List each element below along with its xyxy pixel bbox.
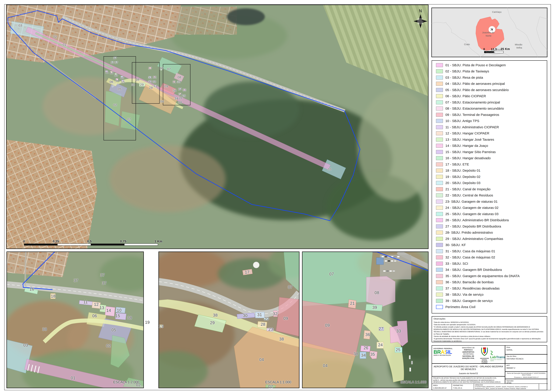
sheet-border <box>4 4 551 390</box>
map-sheet: ✈ 01 - SBJU. Pista de Pouso e Decolagem0… <box>0 0 555 392</box>
